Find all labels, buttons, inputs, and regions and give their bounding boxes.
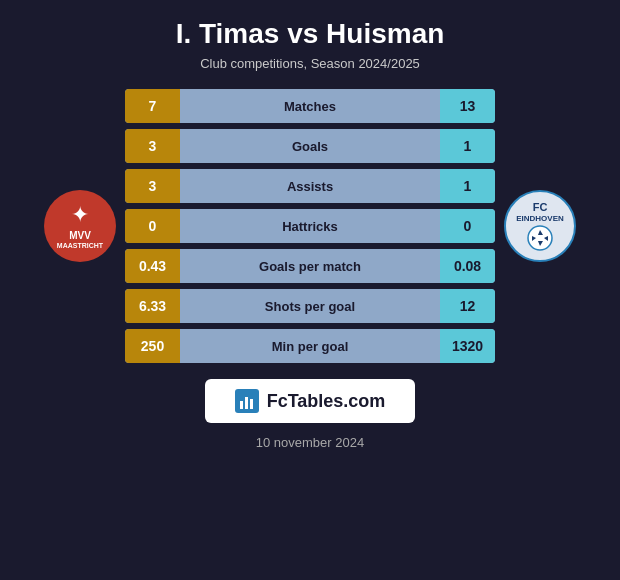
fctables-icon [235, 389, 259, 413]
stat-row: 3Assists1 [125, 169, 495, 203]
stat-right-value: 1 [440, 129, 495, 163]
stat-row: 0Hattricks0 [125, 209, 495, 243]
stat-label: Goals per match [180, 259, 440, 274]
stat-label: Assists [180, 179, 440, 194]
stat-row: 6.33Shots per goal12 [125, 289, 495, 323]
stat-left-value: 0.43 [125, 249, 180, 283]
fctables-label: FcTables.com [267, 391, 386, 412]
stat-row: 0.43Goals per match0.08 [125, 249, 495, 283]
football-icon [526, 224, 554, 252]
stat-row: 250Min per goal1320 [125, 329, 495, 363]
stat-label: Min per goal [180, 339, 440, 354]
stats-container: 7Matches133Goals13Assists10Hattricks00.4… [125, 89, 495, 363]
stat-right-value: 0 [440, 209, 495, 243]
stat-row: 3Goals1 [125, 129, 495, 163]
stat-label: Hattricks [180, 219, 440, 234]
page-title: I. Timas vs Huisman [176, 18, 445, 50]
right-team-logo: FC EINDHOVEN [495, 190, 585, 262]
stat-right-value: 13 [440, 89, 495, 123]
stat-left-value: 250 [125, 329, 180, 363]
stat-row: 7Matches13 [125, 89, 495, 123]
stat-left-value: 3 [125, 129, 180, 163]
right-team-sub: EINDHOVEN [516, 214, 564, 224]
stat-left-value: 0 [125, 209, 180, 243]
stat-left-value: 6.33 [125, 289, 180, 323]
stat-label: Matches [180, 99, 440, 114]
stat-label: Goals [180, 139, 440, 154]
fctables-banner: FcTables.com [205, 379, 416, 423]
right-team-name: FC [533, 200, 548, 214]
stat-right-value: 0.08 [440, 249, 495, 283]
stat-right-value: 1320 [440, 329, 495, 363]
page-subtitle: Club competitions, Season 2024/2025 [200, 56, 420, 71]
match-date: 10 november 2024 [256, 435, 364, 450]
stat-label: Shots per goal [180, 299, 440, 314]
svg-point-0 [528, 226, 552, 250]
stat-right-value: 12 [440, 289, 495, 323]
left-team-sub: MAASTRICHT [57, 242, 103, 250]
left-team-name: MVV [69, 230, 91, 242]
stat-right-value: 1 [440, 169, 495, 203]
left-team-logo: ✦ MVV MAASTRICHT [35, 190, 125, 262]
stat-left-value: 7 [125, 89, 180, 123]
stat-left-value: 3 [125, 169, 180, 203]
